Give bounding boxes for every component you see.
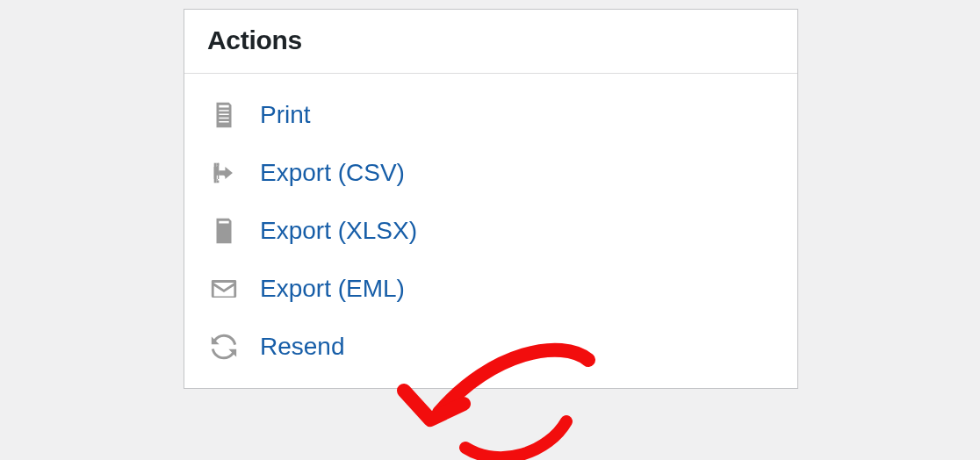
panel-header: Actions — [184, 10, 797, 74]
panel-body: Print Export (CSV) Export (XLSX) Export … — [184, 74, 797, 388]
action-export-eml[interactable]: Export (EML) — [193, 260, 789, 318]
actions-panel: Actions Print Export (CSV) Export (XLSX) — [184, 9, 798, 389]
action-label: Export (CSV) — [260, 159, 405, 187]
action-resend[interactable]: Resend — [193, 318, 789, 376]
action-label: Resend — [260, 333, 345, 361]
action-label: Print — [260, 101, 311, 129]
envelope-icon — [207, 272, 241, 305]
export-arrow-icon — [207, 156, 241, 190]
action-print[interactable]: Print — [193, 86, 789, 144]
refresh-icon — [207, 330, 241, 363]
spreadsheet-icon — [207, 214, 241, 248]
action-label: Export (XLSX) — [260, 217, 417, 245]
document-icon — [207, 98, 241, 132]
action-export-xlsx[interactable]: Export (XLSX) — [193, 202, 789, 260]
panel-title: Actions — [207, 25, 775, 55]
action-export-csv[interactable]: Export (CSV) — [193, 144, 789, 202]
action-label: Export (EML) — [260, 275, 405, 303]
